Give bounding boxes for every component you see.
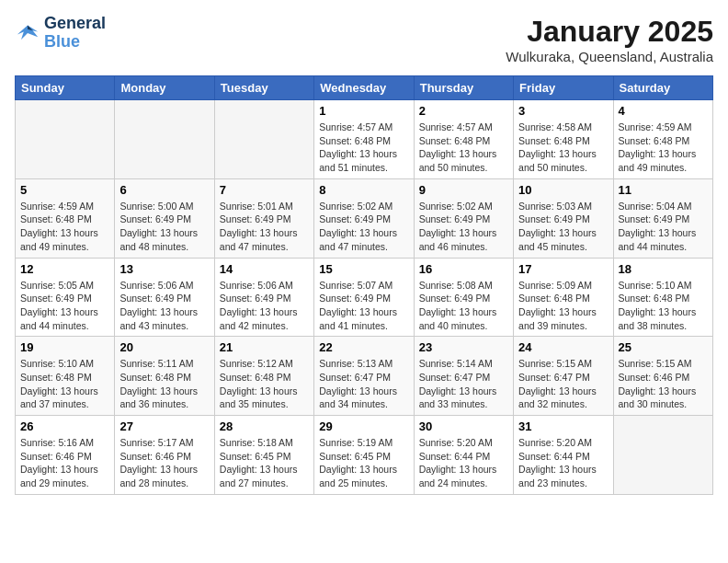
day-cell: 22Sunrise: 5:13 AM Sunset: 6:47 PM Dayli… [314,337,414,416]
day-cell: 23Sunrise: 5:14 AM Sunset: 6:47 PM Dayli… [414,337,513,416]
day-cell: 5Sunrise: 4:59 AM Sunset: 6:48 PM Daylig… [16,178,115,258]
day-cell: 31Sunrise: 5:20 AM Sunset: 6:44 PM Dayli… [514,416,613,495]
day-cell: 18Sunrise: 5:10 AM Sunset: 6:48 PM Dayli… [613,258,712,337]
logo: General Blue [15,15,106,52]
week-row-2: 5Sunrise: 4:59 AM Sunset: 6:48 PM Daylig… [16,178,713,258]
day-cell: 29Sunrise: 5:19 AM Sunset: 6:45 PM Dayli… [314,416,414,495]
day-info: Sunrise: 4:57 AM Sunset: 6:48 PM Dayligh… [319,121,408,175]
day-info: Sunrise: 4:59 AM Sunset: 6:48 PM Dayligh… [619,121,708,175]
day-info: Sunrise: 5:02 AM Sunset: 6:49 PM Dayligh… [419,200,508,254]
day-info: Sunrise: 5:17 AM Sunset: 6:46 PM Dayligh… [119,436,209,490]
calendar: SundayMondayTuesdayWednesdayThursdayFrid… [15,75,713,495]
day-number: 6 [119,183,209,197]
day-number: 8 [319,183,408,197]
day-number: 20 [119,340,209,354]
day-number: 5 [20,183,109,197]
day-cell [214,100,313,179]
day-info: Sunrise: 5:16 AM Sunset: 6:46 PM Dayligh… [20,436,109,490]
day-number: 22 [319,340,408,354]
day-cell: 9Sunrise: 5:02 AM Sunset: 6:49 PM Daylig… [414,178,513,258]
day-cell: 8Sunrise: 5:02 AM Sunset: 6:49 PM Daylig… [314,178,414,258]
day-info: Sunrise: 5:01 AM Sunset: 6:49 PM Dayligh… [220,200,309,254]
month-title: January 2025 [506,15,713,49]
day-cell: 3Sunrise: 4:58 AM Sunset: 6:48 PM Daylig… [514,100,613,179]
day-number: 18 [619,262,708,276]
day-info: Sunrise: 5:18 AM Sunset: 6:45 PM Dayligh… [220,436,309,490]
day-number: 28 [220,419,309,433]
day-header-tuesday: Tuesday [214,76,313,100]
day-cell: 1Sunrise: 4:57 AM Sunset: 6:48 PM Daylig… [314,100,414,179]
day-info: Sunrise: 5:00 AM Sunset: 6:49 PM Dayligh… [119,200,209,254]
day-number: 7 [220,183,309,197]
day-info: Sunrise: 4:57 AM Sunset: 6:48 PM Dayligh… [419,121,508,175]
day-number: 26 [20,419,109,433]
day-cell: 12Sunrise: 5:05 AM Sunset: 6:49 PM Dayli… [16,258,115,337]
day-header-sunday: Sunday [16,76,115,100]
day-number: 12 [20,262,109,276]
day-cell [16,100,115,179]
day-cell: 19Sunrise: 5:10 AM Sunset: 6:48 PM Dayli… [16,337,115,416]
day-info: Sunrise: 5:10 AM Sunset: 6:48 PM Dayligh… [619,279,708,333]
day-cell: 7Sunrise: 5:01 AM Sunset: 6:49 PM Daylig… [214,178,313,258]
day-number: 21 [220,340,309,354]
day-cell: 14Sunrise: 5:06 AM Sunset: 6:49 PM Dayli… [214,258,313,337]
day-info: Sunrise: 4:58 AM Sunset: 6:48 PM Dayligh… [518,121,608,175]
day-cell: 15Sunrise: 5:07 AM Sunset: 6:49 PM Dayli… [314,258,414,337]
day-number: 19 [20,340,109,354]
day-info: Sunrise: 5:03 AM Sunset: 6:49 PM Dayligh… [518,200,608,254]
day-header-friday: Friday [514,76,613,100]
logo-text: General Blue [44,15,106,52]
week-row-3: 12Sunrise: 5:05 AM Sunset: 6:49 PM Dayli… [16,258,713,337]
day-info: Sunrise: 5:13 AM Sunset: 6:47 PM Dayligh… [319,357,408,411]
day-cell: 6Sunrise: 5:00 AM Sunset: 6:49 PM Daylig… [115,178,214,258]
day-info: Sunrise: 5:02 AM Sunset: 6:49 PM Dayligh… [319,200,408,254]
day-number: 9 [419,183,508,197]
day-number: 25 [619,340,708,354]
day-cell: 26Sunrise: 5:16 AM Sunset: 6:46 PM Dayli… [16,416,115,495]
week-row-5: 26Sunrise: 5:16 AM Sunset: 6:46 PM Dayli… [16,416,713,495]
day-info: Sunrise: 5:12 AM Sunset: 6:48 PM Dayligh… [220,357,309,411]
day-number: 3 [518,104,608,118]
day-cell: 10Sunrise: 5:03 AM Sunset: 6:49 PM Dayli… [514,178,613,258]
day-header-wednesday: Wednesday [314,76,414,100]
day-info: Sunrise: 5:19 AM Sunset: 6:45 PM Dayligh… [319,436,408,490]
day-number: 24 [518,340,608,354]
day-cell: 2Sunrise: 4:57 AM Sunset: 6:48 PM Daylig… [414,100,513,179]
day-info: Sunrise: 5:09 AM Sunset: 6:48 PM Dayligh… [518,279,608,333]
day-cell: 21Sunrise: 5:12 AM Sunset: 6:48 PM Dayli… [214,337,313,416]
day-cell [613,416,712,495]
day-info: Sunrise: 5:15 AM Sunset: 6:47 PM Dayligh… [518,357,608,411]
day-cell: 30Sunrise: 5:20 AM Sunset: 6:44 PM Dayli… [414,416,513,495]
week-row-4: 19Sunrise: 5:10 AM Sunset: 6:48 PM Dayli… [16,337,713,416]
title-block: January 2025 Wulkuraka, Queensland, Aust… [506,15,713,64]
day-cell: 17Sunrise: 5:09 AM Sunset: 6:48 PM Dayli… [514,258,613,337]
day-header-saturday: Saturday [613,76,712,100]
day-header-monday: Monday [115,76,214,100]
day-info: Sunrise: 5:11 AM Sunset: 6:48 PM Dayligh… [119,357,209,411]
day-info: Sunrise: 5:20 AM Sunset: 6:44 PM Dayligh… [419,436,508,490]
week-row-1: 1Sunrise: 4:57 AM Sunset: 6:48 PM Daylig… [16,100,713,179]
day-info: Sunrise: 5:07 AM Sunset: 6:49 PM Dayligh… [319,279,408,333]
day-cell: 11Sunrise: 5:04 AM Sunset: 6:49 PM Dayli… [613,178,712,258]
day-number: 29 [319,419,408,433]
day-number: 17 [518,262,608,276]
day-cell: 28Sunrise: 5:18 AM Sunset: 6:45 PM Dayli… [214,416,313,495]
day-number: 1 [319,104,408,118]
day-number: 10 [518,183,608,197]
day-cell [115,100,214,179]
day-cell: 16Sunrise: 5:08 AM Sunset: 6:49 PM Dayli… [414,258,513,337]
day-number: 15 [319,262,408,276]
day-number: 30 [419,419,508,433]
logo-icon [15,20,40,46]
day-info: Sunrise: 5:08 AM Sunset: 6:49 PM Dayligh… [419,279,508,333]
day-header-thursday: Thursday [414,76,513,100]
day-number: 14 [220,262,309,276]
page-header: General Blue January 2025 Wulkuraka, Que… [15,15,713,64]
day-cell: 4Sunrise: 4:59 AM Sunset: 6:48 PM Daylig… [613,100,712,179]
day-info: Sunrise: 5:15 AM Sunset: 6:46 PM Dayligh… [619,357,708,411]
day-number: 16 [419,262,508,276]
day-number: 31 [518,419,608,433]
day-info: Sunrise: 5:14 AM Sunset: 6:47 PM Dayligh… [419,357,508,411]
day-info: Sunrise: 5:04 AM Sunset: 6:49 PM Dayligh… [619,200,708,254]
day-number: 23 [419,340,508,354]
